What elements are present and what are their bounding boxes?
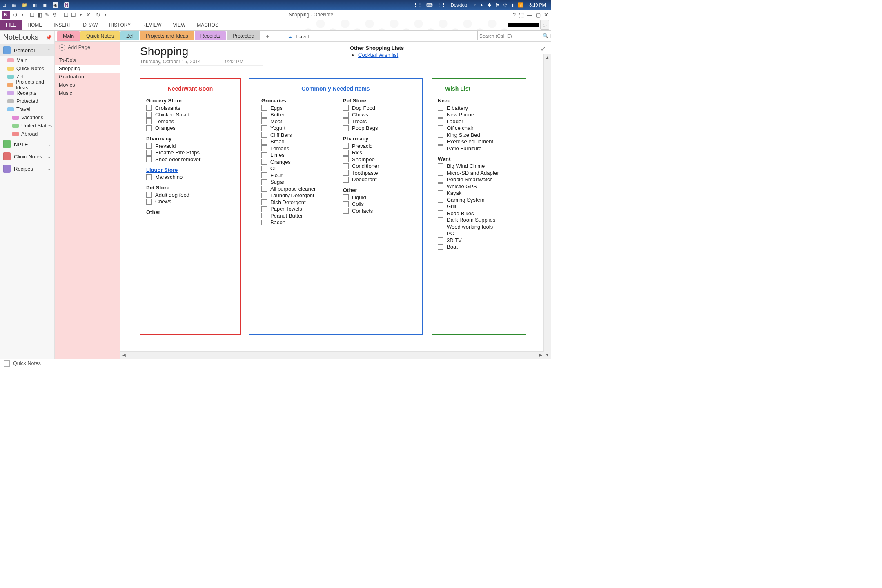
checklist-item[interactable]: Deodorant: [343, 176, 404, 183]
section-item[interactable]: Protected: [0, 97, 54, 105]
checklist-item[interactable]: Lemons: [146, 118, 234, 125]
scroll-up-icon[interactable]: ▲: [544, 54, 551, 61]
page-item[interactable]: To-Do's: [55, 56, 120, 65]
tray-desktop-icon[interactable]: ⋮⋮: [437, 2, 446, 8]
checkbox-icon[interactable]: [438, 210, 443, 216]
checklist-item[interactable]: Chews: [343, 111, 404, 118]
checkbox-icon[interactable]: [438, 237, 443, 243]
subsection-item[interactable]: United States: [0, 122, 54, 130]
checklist-item[interactable]: Contacts: [343, 207, 404, 214]
other-lists-block[interactable]: Other Shopping Lists Cocktail Wish list: [350, 45, 404, 58]
checkbox-icon[interactable]: [261, 206, 267, 212]
tray-signal-icon[interactable]: 📶: [518, 2, 523, 8]
section-tab[interactable]: Receipts: [195, 31, 226, 40]
checkbox-icon[interactable]: [438, 163, 443, 169]
section-tab[interactable]: Main: [57, 31, 80, 41]
checkbox-icon[interactable]: [261, 220, 267, 225]
ribbon-tab[interactable]: INSERT: [48, 20, 77, 30]
checkbox-icon[interactable]: [261, 152, 267, 158]
checkbox-icon[interactable]: [261, 199, 267, 205]
checkbox-icon[interactable]: [438, 224, 443, 229]
checklist-item[interactable]: Treats: [343, 118, 404, 125]
qat-delete-button[interactable]: ✕: [85, 11, 92, 18]
checklist-item[interactable]: Chicken Salad: [146, 111, 234, 118]
checklist-item[interactable]: Eggs: [261, 105, 331, 111]
checklist-item[interactable]: Office chair: [438, 125, 520, 132]
section-tab[interactable]: Projects and Ideas: [140, 31, 194, 40]
checkbox-icon[interactable]: [438, 118, 443, 124]
task-app-icon[interactable]: 📁: [22, 2, 27, 8]
ribbon-tab[interactable]: MACROS: [191, 20, 224, 30]
checkbox-icon[interactable]: [343, 125, 349, 131]
notebook-item[interactable]: Personal⌃: [0, 44, 54, 56]
checkbox-icon[interactable]: [438, 139, 443, 145]
section-item[interactable]: Main: [0, 56, 54, 65]
quick-notes-button[interactable]: Quick Notes: [13, 361, 41, 366]
account-area[interactable]: ☺: [508, 20, 551, 30]
checklist-item[interactable]: Conditioner: [343, 163, 404, 170]
checklist-item[interactable]: Bacon: [261, 219, 331, 226]
ribbon-tab[interactable]: HISTORY: [103, 20, 136, 30]
page-item[interactable]: Music: [55, 89, 120, 97]
checkbox-icon[interactable]: [261, 186, 267, 192]
checklist-item[interactable]: Toothpaste: [343, 169, 404, 176]
checkbox-icon[interactable]: [343, 156, 349, 162]
commonly-needed-box[interactable]: Commonly Needed Items GroceriesEggsButte…: [249, 78, 423, 335]
search-icon[interactable]: 🔍: [541, 33, 550, 39]
checklist-item[interactable]: Shampoo: [343, 156, 404, 163]
checklist-item[interactable]: Paper Towels: [261, 206, 331, 213]
section-tab[interactable]: Zef: [120, 31, 139, 40]
tray-up-icon[interactable]: ▲: [480, 3, 483, 7]
checklist-item[interactable]: Croissants: [146, 105, 234, 111]
checklist-item[interactable]: King Size Bed: [438, 131, 520, 138]
checkbox-icon[interactable]: [438, 231, 443, 236]
linked-section-travel[interactable]: ☁ Travel: [287, 32, 309, 41]
checklist-item[interactable]: Dog Food: [343, 105, 404, 111]
qat-button[interactable]: ☐: [70, 11, 77, 18]
checkbox-icon[interactable]: [261, 172, 267, 178]
qat-button[interactable]: ↯: [51, 11, 58, 18]
qat-customize-icon[interactable]: ▾: [102, 11, 109, 18]
checkbox-icon[interactable]: [146, 143, 152, 149]
checkbox-icon[interactable]: [261, 213, 267, 218]
checklist-item[interactable]: Shoe odor remover: [146, 156, 234, 163]
chevron-icon[interactable]: ⌃: [47, 48, 51, 53]
checklist-item[interactable]: Oranges: [146, 125, 234, 132]
section-item[interactable]: Travel: [0, 105, 54, 114]
checklist-item[interactable]: Rx's: [343, 149, 404, 156]
checkbox-icon[interactable]: [343, 150, 349, 156]
checklist-item[interactable]: Oil: [261, 165, 331, 172]
checkbox-icon[interactable]: [261, 139, 267, 145]
checklist-item[interactable]: Big Wind Chime: [438, 163, 520, 170]
checkbox-icon[interactable]: [261, 132, 267, 138]
checkbox-icon[interactable]: [438, 190, 443, 196]
tray-flag-icon[interactable]: ⚑: [495, 2, 499, 8]
checklist-item[interactable]: Pebble Smartwatch: [438, 176, 520, 183]
file-tab[interactable]: FILE: [0, 20, 22, 30]
checkbox-icon[interactable]: [343, 208, 349, 214]
checkbox-icon[interactable]: [438, 177, 443, 183]
checklist-item[interactable]: Prevacid: [146, 143, 234, 149]
scroll-right-icon[interactable]: ▶: [537, 352, 544, 359]
search-input[interactable]: [478, 33, 541, 38]
page-title[interactable]: Shopping: [140, 45, 543, 58]
horizontal-scrollbar[interactable]: ◀ ▶: [120, 351, 544, 359]
subsection-item[interactable]: Abroad: [0, 130, 54, 138]
checklist-item[interactable]: Maraschino: [146, 174, 234, 181]
ribbon-tab[interactable]: DRAW: [77, 20, 103, 30]
task-app-icon[interactable]: ◧: [33, 2, 37, 8]
start-icon[interactable]: ⊞: [2, 2, 6, 8]
chevron-icon[interactable]: ⌄: [47, 154, 51, 159]
checklist-item[interactable]: Limes: [261, 152, 331, 159]
qat-button[interactable]: ☐: [29, 11, 36, 18]
checklist-item[interactable]: Liquid: [343, 194, 404, 201]
subsection-item[interactable]: Vacations: [0, 114, 54, 122]
checklist-item[interactable]: Butter: [261, 111, 331, 118]
wish-list-box[interactable]: ⋯⋯↔ Wish List NeedE batteryNew PhoneLadd…: [432, 78, 526, 335]
search-scope-dropdown[interactable]: ▾: [550, 34, 551, 38]
checklist-item[interactable]: Patio Furniture: [438, 145, 520, 152]
task-app-icon[interactable]: ◉: [53, 2, 58, 8]
tray-battery-icon[interactable]: ▮: [511, 2, 514, 8]
checklist-item[interactable]: Dark Room Supplies: [438, 217, 520, 224]
checklist-item[interactable]: Bread: [261, 138, 331, 145]
